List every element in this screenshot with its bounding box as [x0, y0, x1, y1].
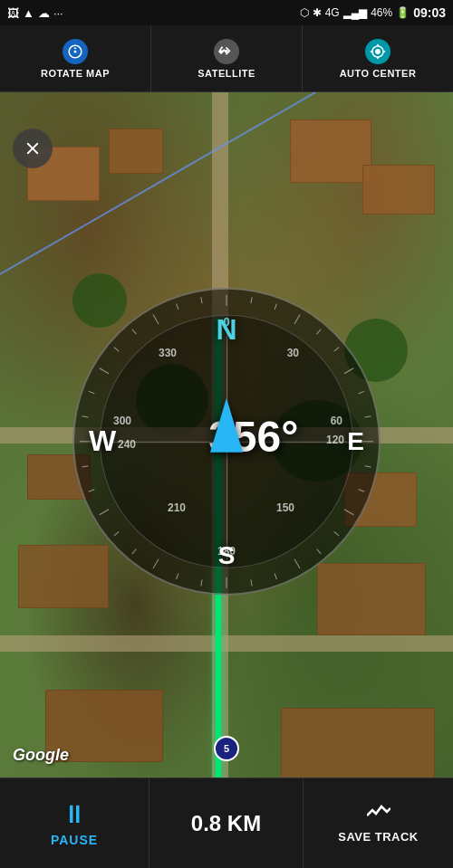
top-toolbar: ROTATE MAP SATELLITE AUTO CENTER [0, 25, 453, 92]
close-button[interactable] [13, 129, 53, 168]
save-track-button[interactable]: SAVE TRACK [304, 778, 453, 868]
rotate-map-button[interactable]: ROTATE MAP [0, 25, 151, 91]
satellite-label: SATELLITE [198, 68, 255, 79]
google-logo: Google [13, 746, 69, 765]
building [281, 708, 435, 777]
cloud-icon: ☁ [38, 6, 50, 20]
building [290, 119, 371, 183]
road-horizontal-2 [0, 635, 453, 652]
svg-line-21 [177, 573, 178, 579]
building [109, 129, 163, 174]
svg-line-29 [82, 415, 88, 416]
pause-label: PAUSE [51, 833, 98, 847]
auto-center-label: AUTO CENTER [340, 68, 417, 79]
degree-150: 150 [276, 501, 294, 513]
rotate-map-icon [63, 39, 88, 64]
svg-line-8 [359, 391, 365, 393]
signal-4g: 4G [325, 6, 340, 19]
svg-line-22 [153, 558, 159, 568]
degree-330: 330 [159, 346, 177, 358]
svg-line-16 [294, 558, 300, 568]
svg-line-6 [334, 347, 339, 350]
pause-button[interactable]: ⏸ PAUSE [0, 778, 149, 868]
svg-line-36 [201, 297, 202, 303]
degree-180: 180 [217, 544, 236, 557]
distance-display: 0.8 KM [149, 778, 304, 868]
svg-line-15 [317, 548, 321, 553]
degree-120: 120 [326, 433, 344, 445]
degree-300: 300 [113, 414, 131, 426]
degree-240: 240 [118, 437, 136, 450]
rotate-map-label: ROTATE MAP [41, 68, 110, 79]
cardinal-west: W [89, 424, 116, 458]
svg-line-17 [275, 573, 276, 579]
track-icon [367, 803, 390, 826]
satellite-icon [214, 39, 239, 64]
svg-line-33 [132, 329, 136, 333]
image-icon: 🖼 [7, 6, 19, 20]
dots-icon: ··· [53, 6, 63, 20]
svg-line-14 [334, 531, 339, 535]
battery-percent: 46% [371, 6, 392, 19]
svg-line-32 [114, 347, 119, 350]
distance-value: 0.8 KM [191, 811, 261, 836]
svg-line-35 [177, 303, 178, 310]
auto-center-button[interactable]: AUTO CENTER [303, 25, 453, 91]
svg-line-34 [153, 314, 159, 323]
svg-line-4 [294, 314, 300, 323]
svg-line-2 [251, 297, 252, 303]
auto-center-icon [365, 39, 390, 64]
svg-line-31 [100, 367, 109, 373]
compass: N S W E 330 300 240 210 180 150 120 60 3… [72, 287, 381, 595]
signal-bars: ▂▄▆ [343, 6, 368, 19]
svg-line-23 [132, 548, 136, 553]
svg-line-25 [100, 509, 109, 514]
svg-line-20 [201, 579, 202, 586]
svg-line-12 [359, 489, 365, 491]
bluetooth-icon: ⬡ [300, 6, 309, 19]
route-badge: 5 [214, 736, 239, 761]
cursor-icon: ▲ [23, 6, 34, 20]
svg-line-18 [251, 579, 252, 586]
status-bar: 🖼 ▲ ☁ ··· ⬡ ✱ 4G ▂▄▆ 46% 🔋 09:03 [0, 0, 453, 25]
save-track-label: SAVE TRACK [338, 830, 419, 844]
svg-line-9 [365, 415, 371, 416]
bottom-bar: ⏸ PAUSE 0.8 KM SAVE TRACK [0, 777, 453, 868]
bt-icon: ✱ [313, 6, 322, 19]
building [362, 165, 435, 215]
status-right: ⬡ ✱ 4G ▂▄▆ 46% 🔋 09:03 [300, 5, 446, 20]
svg-line-27 [82, 465, 88, 466]
north-arrow [210, 397, 243, 452]
svg-line-24 [114, 531, 119, 535]
status-left-icons: 🖼 ▲ ☁ ··· [7, 6, 63, 20]
degree-210: 210 [168, 501, 186, 513]
svg-line-3 [275, 303, 276, 310]
map-area[interactable]: N S W E 330 300 240 210 180 150 120 60 3… [0, 92, 453, 777]
svg-line-5 [317, 329, 321, 333]
svg-line-11 [365, 465, 371, 466]
cardinal-east: E [347, 426, 364, 455]
battery-icon: 🔋 [396, 6, 410, 19]
svg-line-13 [344, 509, 353, 514]
svg-line-30 [89, 391, 95, 393]
satellite-button[interactable]: SATELLITE [151, 25, 303, 91]
degree-60: 60 [331, 414, 342, 426]
time: 09:03 [413, 5, 446, 20]
svg-line-26 [89, 489, 95, 491]
degree-30: 30 [287, 346, 299, 358]
svg-line-7 [344, 367, 353, 373]
svg-point-0 [74, 50, 77, 52]
pause-icon: ⏸ [62, 799, 87, 829]
degree-0: 0 [223, 314, 229, 328]
